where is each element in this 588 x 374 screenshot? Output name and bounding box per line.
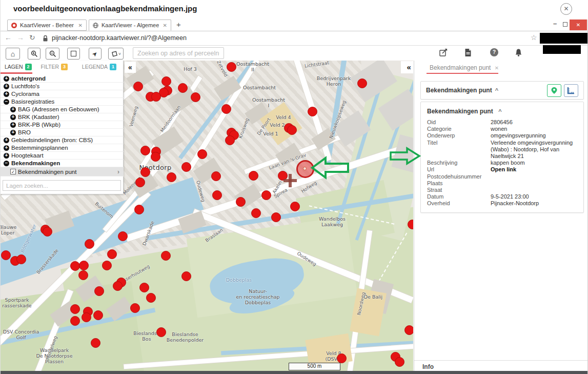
expand-toggle-icon[interactable]: + (10, 114, 16, 120)
layer-item[interactable]: +Hoogtekaart (1, 152, 124, 160)
expand-toggle-icon[interactable]: + (10, 130, 16, 135)
expand-toggle-icon[interactable]: + (4, 153, 9, 159)
expand-toggle-icon[interactable]: + (4, 76, 9, 82)
layer-search-input[interactable] (3, 180, 121, 191)
address-search-input[interactable] (133, 47, 224, 59)
layer-item[interactable]: +BRK-PB (Wkpb) (1, 121, 124, 129)
map-marker-dot[interactable] (197, 149, 207, 159)
expand-toggle-icon[interactable]: + (4, 91, 9, 97)
help-icon[interactable]: ? (490, 48, 498, 56)
layer-item[interactable]: −Bekendmakingen (1, 160, 124, 167)
back-icon[interactable]: ← (5, 33, 12, 42)
map-marker-dot[interactable] (70, 304, 80, 314)
results-section-header[interactable]: Bekendmakingen punt ^ (420, 81, 584, 100)
layer-options-icon[interactable]: › (117, 168, 119, 175)
pdf-file-icon[interactable] (464, 48, 472, 57)
map-marker-dot[interactable] (1, 250, 11, 260)
map-marker-dot[interactable] (140, 167, 150, 177)
feature-title[interactable]: Bekendmakingen punt (427, 108, 493, 115)
window-minimize-button[interactable]: – (553, 19, 557, 27)
map-marker-dot[interactable] (94, 286, 104, 296)
map-marker-dot[interactable] (133, 82, 143, 91)
map-marker-dot[interactable] (156, 327, 166, 337)
map-marker-dot[interactable] (181, 162, 191, 172)
map-marker-dot[interactable] (82, 312, 91, 322)
layer-item[interactable]: −Basisregistraties (1, 98, 124, 106)
collapse-toggle-icon[interactable]: − (4, 99, 9, 105)
map-marker-dot[interactable] (135, 178, 145, 187)
map-marker-dot[interactable] (151, 92, 161, 102)
url-text[interactable]: pijnacker-nootdorp.kaartviewer.nl/?@Alge… (52, 34, 187, 42)
map-marker-dot[interactable] (287, 125, 297, 135)
info-section-label[interactable]: Info (422, 363, 434, 370)
map-marker-dot[interactable] (78, 270, 88, 280)
map-marker-dot[interactable] (139, 283, 149, 292)
zoom-to-marker-button[interactable] (547, 84, 561, 97)
map-marker-dot[interactable] (261, 190, 271, 200)
map-marker-dot[interactable] (79, 261, 89, 270)
map-marker-dot[interactable] (249, 171, 258, 181)
window-close-button[interactable]: ✕ (570, 19, 587, 30)
map-marker-dot[interactable] (118, 231, 128, 241)
browser-tab-beheer[interactable]: KaartViewer - Beheer ✕ (7, 19, 87, 31)
map-marker-dot[interactable] (85, 239, 94, 249)
forward-icon[interactable]: → (17, 33, 24, 42)
panel-tab-close-icon[interactable]: ✕ (495, 65, 499, 71)
map-marker-dot[interactable] (161, 251, 171, 261)
map-marker-dot[interactable] (130, 303, 140, 313)
zoom-out-button[interactable] (46, 48, 59, 60)
map-marker-dot[interactable] (167, 172, 176, 182)
zoom-in-button[interactable] (28, 48, 40, 60)
panel-collapse-icon[interactable]: « (407, 63, 411, 71)
locate-button[interactable]: ➤ (89, 48, 102, 60)
sidebar-tab-filter[interactable]: FILTER3 (41, 64, 68, 70)
map-marker-dot[interactable] (178, 83, 188, 93)
map-marker-dot[interactable] (211, 171, 221, 181)
sidebar-tab-lagen[interactable]: LAGEN2 (5, 64, 32, 70)
bell-icon[interactable] (515, 48, 522, 57)
select-polygon-button[interactable]: v (108, 48, 124, 60)
map-marker-dot[interactable] (225, 135, 235, 145)
layer-item[interactable]: +BRO (1, 129, 124, 136)
map-marker-dot[interactable] (113, 281, 123, 291)
expand-toggle-icon[interactable]: + (4, 145, 9, 151)
open-link[interactable]: Open link (491, 166, 577, 173)
map-marker-dot[interactable] (146, 293, 156, 303)
layer-checkbox[interactable]: ✓ (10, 169, 16, 174)
bookmark-star-icon[interactable]: ☆ (531, 33, 537, 42)
browser-tab-algemeen[interactable]: KaartViewer - Algemeen ✕ (89, 19, 171, 31)
expand-toggle-icon[interactable]: + (10, 122, 16, 128)
expand-toggle-icon[interactable]: + (4, 84, 9, 89)
layer-item[interactable]: +Cyclorama (1, 90, 124, 98)
map-marker-dot[interactable] (43, 227, 52, 237)
map-marker-dot[interactable] (395, 357, 404, 367)
layer-item[interactable]: +Bestemmingsplannen (1, 144, 124, 152)
map-marker-dot[interactable] (191, 92, 200, 102)
home-button[interactable]: ⌂ (6, 48, 20, 60)
extent-button[interactable] (67, 48, 80, 60)
map-marker-dot[interactable] (227, 62, 236, 72)
map-marker-dot[interactable] (337, 353, 347, 363)
map-marker-dot[interactable] (151, 152, 160, 162)
map-marker-dot[interactable] (271, 212, 281, 222)
layer-item[interactable]: +Luchtfoto's (1, 83, 124, 90)
layer-item[interactable]: +BAG (Adressen en Gebouwen) (1, 106, 124, 113)
map-marker-dot[interactable] (140, 146, 150, 155)
map-marker-dot[interactable] (290, 202, 300, 211)
map-marker-dot[interactable] (107, 249, 117, 259)
map-marker-dot[interactable] (70, 316, 80, 326)
map-marker-dot[interactable] (161, 76, 171, 86)
new-tab-button[interactable]: + (176, 20, 181, 29)
tab-close-icon[interactable]: ✕ (74, 23, 83, 28)
tab-close-icon[interactable]: ✕ (159, 23, 167, 28)
map-marker-dot[interactable] (16, 254, 26, 264)
map-marker-dot[interactable] (181, 271, 191, 281)
map-marker-dot[interactable] (102, 261, 112, 270)
layer-item[interactable]: +Gebiedsindelingen (bron: CBS) (1, 136, 124, 144)
map-marker-dot[interactable] (357, 78, 367, 88)
measure-button[interactable] (564, 84, 578, 97)
sidebar-tab-legenda[interactable]: LEGENDA1 (82, 64, 116, 70)
layer-item[interactable]: +achtergrond (1, 75, 124, 83)
compose-icon[interactable] (439, 48, 448, 57)
map-marker-dot[interactable] (91, 338, 100, 348)
